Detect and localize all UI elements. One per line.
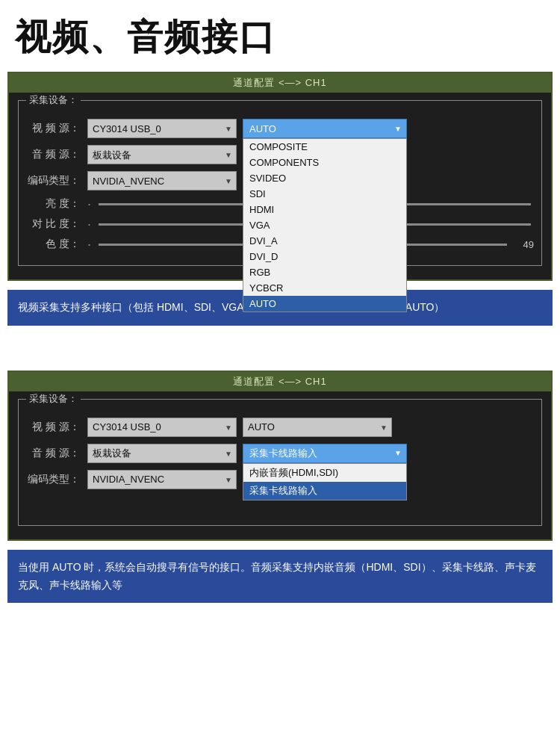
info-text-2: 当使用 AUTO 时，系统会自动搜寻有信号的接口。音频采集支持内嵌音频（HDMI… (18, 561, 536, 591)
signal-item-ycbcr[interactable]: YCBCR (243, 280, 406, 296)
signal-dropdown-trigger[interactable]: AUTO (243, 119, 407, 138)
p2-video-source-row: 视 频 源： CY3014 USB_0 AUTO (26, 418, 534, 437)
audio-dropdown-list: 内嵌音频(HDMI,SDI) 采集卡线路输入 (243, 463, 407, 500)
signal-item-hdmi[interactable]: HDMI (243, 202, 406, 217)
p2-audio-source-label: 音 频 源： (26, 447, 80, 460)
contrast-label: 对 比 度： (26, 217, 80, 231)
chroma-label: 色 度： (26, 238, 80, 251)
panel2-header: 通道配置 <—> CH1 (9, 372, 551, 391)
p2-audio-source-select[interactable]: 板栽设备 (87, 444, 237, 463)
encoder-label: 编码类型： (26, 174, 80, 187)
panel1-header: 通道配置 <—> CH1 (9, 73, 551, 93)
fieldset2-legend: 采集设备： (26, 392, 81, 406)
audio-trigger-value: 采集卡线路输入 (249, 447, 317, 460)
audio-source-select-wrapper[interactable]: 板栽设备 (87, 145, 237, 164)
p2-encoder-select-wrapper[interactable]: NVIDIA_NVENC (87, 470, 237, 489)
audio-item-capture[interactable]: 采集卡线路输入 (243, 482, 406, 500)
fieldset1: 采集设备： 视 频 源： CY3014 USB_0 AUTO COMPOSITE… (18, 100, 542, 266)
chroma-value: 49 (516, 239, 534, 250)
fieldset2: 采集设备： 视 频 源： CY3014 USB_0 AUTO 音 频 源： 板栽… (18, 399, 542, 526)
encoder-select[interactable]: NVIDIA_NVENC (87, 171, 237, 190)
signal-item-sdi[interactable]: SDI (243, 186, 406, 202)
signal-item-auto[interactable]: AUTO (243, 296, 406, 311)
audio-dropdown-trigger[interactable]: 采集卡线路输入 (243, 444, 407, 463)
p2-audio-source-select-wrapper[interactable]: 板栽设备 (87, 444, 237, 463)
p2-encoder-label: 编码类型： (26, 473, 80, 486)
p2-signal-select-wrapper[interactable]: AUTO (243, 418, 392, 437)
brightness-label: 亮 度： (26, 197, 80, 211)
signal-item-components[interactable]: COMPONENTS (243, 155, 406, 170)
signal-item-dvid[interactable]: DVI_D (243, 249, 406, 264)
fieldset1-legend: 采集设备： (26, 93, 81, 107)
encoder-select-wrapper[interactable]: NVIDIA_NVENC (87, 171, 237, 190)
panel2: 通道配置 <—> CH1 采集设备： 视 频 源： CY3014 USB_0 A… (7, 371, 553, 541)
signal-dropdown-list: COMPOSITE COMPONENTS SVIDEO SDI HDMI VGA… (243, 138, 407, 312)
panel1: 通道配置 <—> CH1 采集设备： 视 频 源： CY3014 USB_0 A… (7, 72, 553, 281)
signal-dropdown-wrapper[interactable]: AUTO COMPOSITE COMPONENTS SVIDEO SDI HDM… (243, 119, 407, 138)
signal-item-composite[interactable]: COMPOSITE (243, 139, 406, 155)
audio-item-embedded[interactable]: 内嵌音频(HDMI,SDI) (243, 464, 406, 482)
audio-dropdown-wrapper[interactable]: 采集卡线路输入 内嵌音频(HDMI,SDI) 采集卡线路输入 (243, 444, 407, 463)
audio-source-select[interactable]: 板栽设备 (87, 145, 237, 164)
video-source-select-wrapper[interactable]: CY3014 USB_0 (87, 119, 237, 138)
signal-item-rgb[interactable]: RGB (243, 264, 406, 280)
p2-video-source-select[interactable]: CY3014 USB_0 (87, 418, 237, 437)
signal-item-dvia[interactable]: DVI_A (243, 233, 406, 249)
signal-item-vga[interactable]: VGA (243, 217, 406, 233)
video-source-select[interactable]: CY3014 USB_0 (87, 119, 237, 138)
page-title: 视频、音频接口 (0, 0, 560, 72)
video-source-label: 视 频 源： (26, 122, 80, 135)
signal-item-svideo[interactable]: SVIDEO (243, 170, 406, 186)
contrast-dot: · (87, 217, 91, 231)
p2-audio-source-row: 音 频 源： 板栽设备 采集卡线路输入 内嵌音频(HDMI,SDI) 采集卡线路… (26, 444, 534, 463)
brightness-dot: · (87, 197, 91, 211)
chroma-dot: · (87, 238, 91, 251)
p2-video-source-select-wrapper[interactable]: CY3014 USB_0 (87, 418, 237, 437)
signal-trigger-value: AUTO (249, 123, 276, 134)
video-source-row: 视 频 源： CY3014 USB_0 AUTO COMPOSITE COMPO… (26, 119, 534, 138)
info-box-2: 当使用 AUTO 时，系统会自动搜寻有信号的接口。音频采集支持内嵌音频（HDMI… (7, 550, 553, 604)
p2-signal-select[interactable]: AUTO (243, 418, 392, 437)
p2-video-source-label: 视 频 源： (26, 421, 80, 434)
p2-encoder-select[interactable]: NVIDIA_NVENC (87, 470, 237, 489)
audio-source-label: 音 频 源： (26, 148, 80, 161)
